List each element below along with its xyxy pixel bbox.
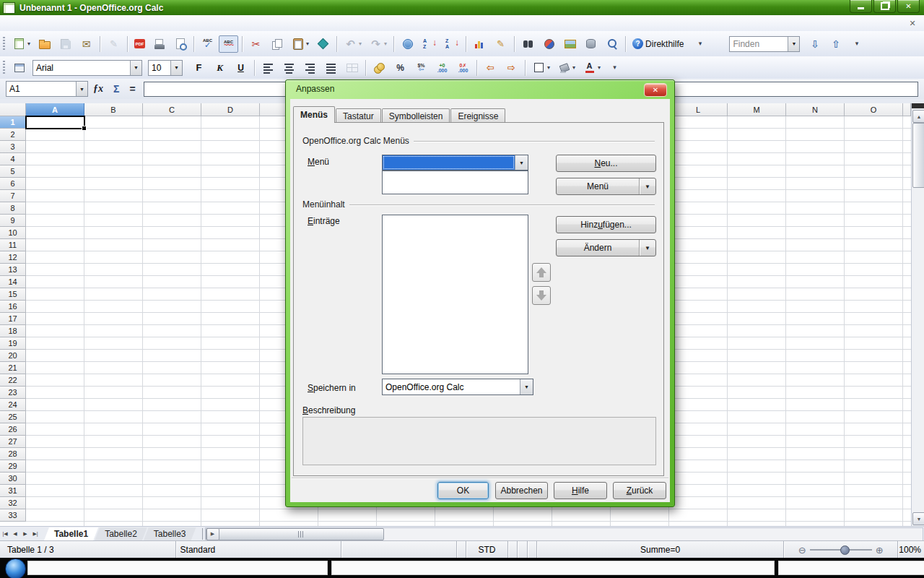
neu-button[interactable]: Neu... <box>556 155 656 172</box>
sort-ascending-button[interactable]: AZ <box>419 35 440 53</box>
open-button[interactable] <box>35 35 54 53</box>
menu-split-button[interactable]: Menü ▼ <box>556 178 656 195</box>
merge-cells-button[interactable] <box>342 59 362 77</box>
number-standard-button[interactable]: $%⇦ <box>411 59 431 77</box>
toolbar-grip[interactable] <box>3 61 5 75</box>
row-header-1[interactable]: 1 <box>0 116 26 129</box>
row-header-28[interactable]: 28 <box>0 448 26 460</box>
background-color-button[interactable]: ▾ <box>554 59 578 77</box>
menu-combobox[interactable]: ▼ <box>382 155 528 171</box>
row-header-13[interactable]: 13 <box>0 264 26 276</box>
taskbar-window-button[interactable] <box>27 561 328 575</box>
redo-button[interactable]: ↷▾ <box>366 35 390 53</box>
navigator-button[interactable] <box>539 35 559 53</box>
print-button[interactable] <box>149 35 169 53</box>
font-color-button[interactable]: A▾ <box>580 59 603 77</box>
close-document-button[interactable]: ✕ <box>907 17 918 29</box>
move-up-button[interactable] <box>532 263 551 282</box>
row-header-5[interactable]: 5 <box>0 165 26 178</box>
font-size-combo[interactable]: 10 ▼ <box>148 60 183 76</box>
row-header-27[interactable]: 27 <box>0 436 26 448</box>
chevron-down-icon[interactable]: ▼ <box>639 240 655 256</box>
split-window-handle[interactable] <box>912 103 924 108</box>
save-button[interactable] <box>56 35 75 53</box>
increase-indent-button[interactable]: ⇨ <box>502 59 521 77</box>
hyperlink-button[interactable] <box>398 35 417 53</box>
row-header-24[interactable]: 24 <box>0 399 26 411</box>
row-header-21[interactable]: 21 <box>0 362 26 374</box>
column-header-o[interactable]: O <box>845 103 903 116</box>
taskbar-window-button[interactable] <box>331 561 775 575</box>
column-header-c[interactable]: C <box>143 103 201 116</box>
chevron-down-icon[interactable]: ▼ <box>76 82 87 96</box>
function-wizard-button[interactable]: ƒx <box>93 83 103 95</box>
decrease-indent-button[interactable]: ⇦ <box>481 59 500 77</box>
row-header-2[interactable]: 2 <box>0 129 26 141</box>
start-button[interactable] <box>5 558 26 578</box>
edit-file-button[interactable]: ✎ <box>104 35 123 53</box>
toolbar-grip[interactable] <box>3 37 5 51</box>
data-sources-button[interactable] <box>581 35 601 53</box>
save-in-combobox[interactable]: OpenOffice.org Calc ▼ <box>382 379 533 395</box>
next-sheet-button[interactable] <box>20 529 30 540</box>
find-input[interactable]: Finden ▼ <box>729 36 800 52</box>
abbrechen-button[interactable]: Abbrechen <box>495 482 548 499</box>
minimize-button[interactable] <box>850 0 872 13</box>
toolbar-overflow-button[interactable]: ▾ <box>690 35 710 53</box>
row-header-8[interactable]: 8 <box>0 202 26 215</box>
find-next-button[interactable]: ⇩ <box>805 35 824 53</box>
help-button[interactable]: ?Direkthilfe <box>629 36 689 51</box>
chevron-down-icon[interactable]: ▼ <box>170 61 182 75</box>
menu-dropdown-list[interactable] <box>382 171 528 194</box>
chevron-down-icon[interactable]: ▼ <box>639 178 655 194</box>
fill-handle[interactable] <box>82 126 87 131</box>
tab-symbolleisten[interactable]: Symbolleisten <box>382 108 450 123</box>
tab-ereignisse[interactable]: Ereignisse <box>450 108 505 123</box>
sum-button[interactable]: Σ <box>113 83 119 95</box>
restore-button[interactable] <box>873 0 896 13</box>
dialog-close-button[interactable]: ✕ <box>644 83 667 97</box>
toolbar-overflow-button[interactable]: ▾ <box>605 59 624 77</box>
format-paintbrush-button[interactable] <box>313 35 333 53</box>
sheet-tab-tabelle3[interactable]: Tabelle3 <box>144 527 196 540</box>
column-header-n[interactable]: N <box>786 103 845 116</box>
sort-descending-button[interactable]: ZA <box>441 35 462 53</box>
vertical-scrollbar[interactable]: ▲ ▼ <box>911 103 924 526</box>
font-name-combo[interactable]: Arial ▼ <box>32 60 142 76</box>
add-decimal-button[interactable]: +0.000 <box>432 59 452 77</box>
bold-button[interactable]: F <box>189 59 209 77</box>
hilfe-button[interactable]: Hilfe <box>554 482 607 499</box>
chevron-down-icon[interactable]: ▼ <box>130 61 141 75</box>
row-header-19[interactable]: 19 <box>0 337 26 350</box>
auto-spellcheck-button[interactable]: ABC~~~ <box>219 35 238 53</box>
tab-scrollbar-splitter[interactable] <box>202 528 203 540</box>
row-header-17[interactable]: 17 <box>0 313 26 325</box>
chevron-down-icon[interactable]: ▼ <box>788 37 799 51</box>
row-header-16[interactable]: 16 <box>0 301 26 313</box>
cut-button[interactable]: ✂ <box>246 35 266 53</box>
row-header-23[interactable]: 23 <box>0 387 26 399</box>
aendern-split-button[interactable]: Ändern ▼ <box>556 239 656 256</box>
chevron-down-icon[interactable]: ▼ <box>515 155 528 170</box>
chevron-down-icon[interactable]: ▼ <box>520 379 533 394</box>
row-header-15[interactable]: 15 <box>0 288 26 301</box>
sheet-tab-tabelle1[interactable]: Tabelle1 <box>44 527 98 540</box>
zoom-out-icon[interactable]: ⊖ <box>798 545 806 555</box>
underline-button[interactable]: U <box>231 59 250 77</box>
move-down-button[interactable] <box>532 286 551 305</box>
draw-functions-button[interactable]: ✎ <box>491 35 510 53</box>
italic-button[interactable]: K <box>210 59 230 77</box>
row-header-20[interactable]: 20 <box>0 350 26 362</box>
close-button[interactable]: ✕ <box>897 0 920 13</box>
zoom-slider-track[interactable] <box>810 549 872 551</box>
delete-decimal-button[interactable]: 0✗.000 <box>453 59 473 77</box>
row-header-7[interactable]: 7 <box>0 190 26 202</box>
entries-listbox[interactable] <box>382 215 528 374</box>
scroll-down-button[interactable]: ▼ <box>912 512 924 525</box>
last-sheet-button[interactable] <box>30 529 40 540</box>
taskbar-window-button[interactable] <box>778 561 924 575</box>
ok-button[interactable]: OK <box>437 482 489 499</box>
function-button[interactable]: = <box>129 83 135 95</box>
hinzufuegen-button[interactable]: Hinzufügen... <box>556 216 656 233</box>
row-header-25[interactable]: 25 <box>0 411 26 423</box>
